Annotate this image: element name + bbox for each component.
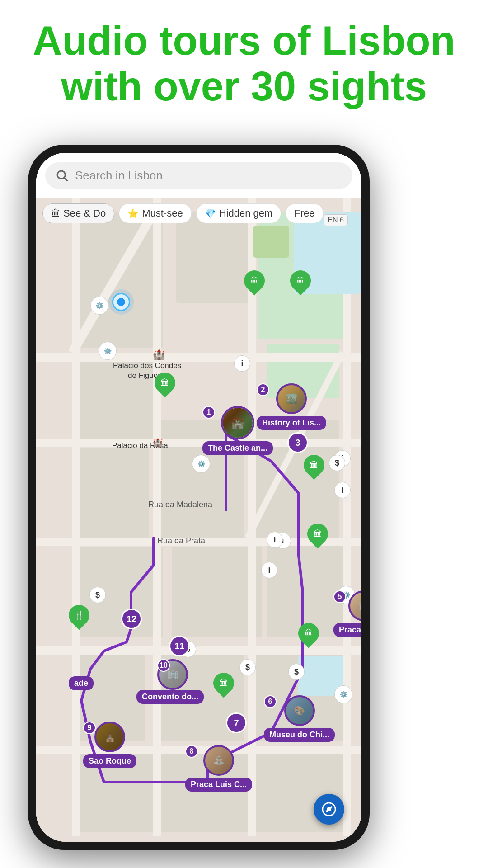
tour-stop-12[interactable]: 12: [121, 609, 142, 629]
svg-rect-18: [36, 439, 361, 447]
filter-tabs: 🏛 See & Do ⭐ Must-see 💎 Hidden gem Free: [36, 198, 361, 229]
convento-label: Convento do...: [136, 690, 204, 704]
green-pin-2[interactable]: 🏛: [290, 270, 311, 296]
building-icon-2: 🏰: [153, 438, 163, 448]
search-icon: [55, 169, 69, 182]
current-location: [112, 293, 130, 311]
filter-tab-see-do[interactable]: 🏛 See & Do: [42, 203, 114, 223]
navigation-fab[interactable]: [314, 794, 344, 825]
svg-marker-34: [326, 807, 332, 812]
tour-stop-3[interactable]: 3: [287, 432, 308, 453]
info-marker-3: i: [334, 482, 351, 498]
hidden-gem-icon: 💎: [205, 208, 216, 219]
building-icon-1: 🏰: [153, 349, 165, 361]
search-area: Search in Lisbon: [36, 153, 361, 198]
green-pin-5[interactable]: 🏛: [307, 524, 328, 549]
svg-rect-24: [248, 158, 256, 836]
green-pin-4[interactable]: 🏛: [304, 455, 324, 480]
search-placeholder: Search in Lisbon: [75, 169, 163, 183]
page-title: Audio tours of Lisbon with over 30 sight…: [27, 18, 461, 109]
hidden-gem-label: Hidden gem: [219, 208, 273, 219]
green-pin-1[interactable]: 🏛: [244, 270, 265, 296]
header-section: Audio tours of Lisbon with over 30 sight…: [0, 0, 488, 123]
people-marker-1: ⚙️: [90, 297, 108, 315]
svg-rect-30: [253, 226, 289, 258]
see-do-icon: 🏛: [51, 208, 60, 219]
stop-2-label: History of Lis...: [257, 416, 326, 430]
compass-icon: [321, 802, 337, 817]
tour-stop-9[interactable]: ⛪ 9 Sao Roque: [83, 722, 136, 768]
see-do-label: See & Do: [63, 208, 106, 219]
dollar-marker-2: $: [89, 587, 106, 603]
rua-prata-label: Rua da Prata: [157, 536, 205, 546]
restaurant-pin[interactable]: 🍴: [69, 605, 89, 630]
filter-tab-must-see[interactable]: ⭐ Must-see: [119, 203, 191, 223]
svg-point-31: [57, 171, 66, 179]
filter-tab-free[interactable]: Free: [286, 203, 323, 223]
green-pin-3[interactable]: 🏛: [155, 373, 175, 398]
stop-6-label: Museu do Chi...: [264, 728, 335, 742]
tour-stop-11[interactable]: 11: [169, 636, 190, 656]
green-pin-6[interactable]: 🏛: [298, 623, 319, 648]
must-see-icon: ⭐: [127, 208, 139, 219]
search-bar[interactable]: Search in Lisbon: [45, 162, 352, 189]
stop-9-label: Sao Roque: [83, 754, 136, 768]
people-marker-5: ⚙️: [334, 685, 352, 703]
tour-stop-5[interactable]: 🏛️ 5 Praca do C...: [333, 590, 361, 637]
tour-stop-7[interactable]: 7: [226, 712, 247, 733]
green-pin-7[interactable]: 🏛: [213, 673, 234, 698]
stop-8-label: Praca Luis C...: [185, 778, 252, 792]
svg-rect-22: [72, 158, 80, 836]
tour-stop-10[interactable]: 🏢 10: [157, 659, 188, 690]
svg-rect-7: [77, 448, 149, 538]
info-marker-1: i: [234, 355, 250, 372]
phone-frame: EN 6 Search in Lisbon 🏛 See & Do: [28, 145, 370, 850]
svg-rect-17: [36, 353, 361, 362]
dollar-marker-5: $: [288, 664, 305, 680]
map-background: EN 6 Search in Lisbon 🏛 See & Do: [36, 153, 361, 842]
svg-line-32: [65, 178, 68, 181]
info-marker-5: i: [267, 532, 283, 548]
people-marker-2: ⚙️: [99, 342, 117, 360]
svg-rect-23: [153, 158, 161, 836]
rua-madalena-label: Rua da Madalena: [148, 500, 212, 509]
ade-label: ade: [69, 676, 94, 690]
stop-1-label: The Castle an...: [202, 441, 273, 455]
stop-5-label: Praca do C...: [333, 623, 361, 637]
tour-stop-6[interactable]: 🎨 6 Museu do Chi...: [264, 695, 335, 742]
people-marker-3: ⚙️: [192, 455, 210, 473]
filter-tab-hidden-gem[interactable]: 💎 Hidden gem: [196, 203, 282, 223]
dollar-marker-1: $: [329, 455, 345, 471]
tour-stop-8[interactable]: ⛲ 8 Praca Luis C...: [185, 745, 252, 792]
tour-stop-2[interactable]: 🏙️ 2 History of Lis...: [257, 383, 326, 430]
dollar-marker-4: $: [239, 659, 256, 675]
phone-screen: EN 6 Search in Lisbon 🏛 See & Do: [36, 153, 361, 842]
info-marker-6: i: [261, 562, 277, 578]
free-label: Free: [294, 208, 314, 219]
must-see-label: Must-see: [142, 208, 183, 219]
